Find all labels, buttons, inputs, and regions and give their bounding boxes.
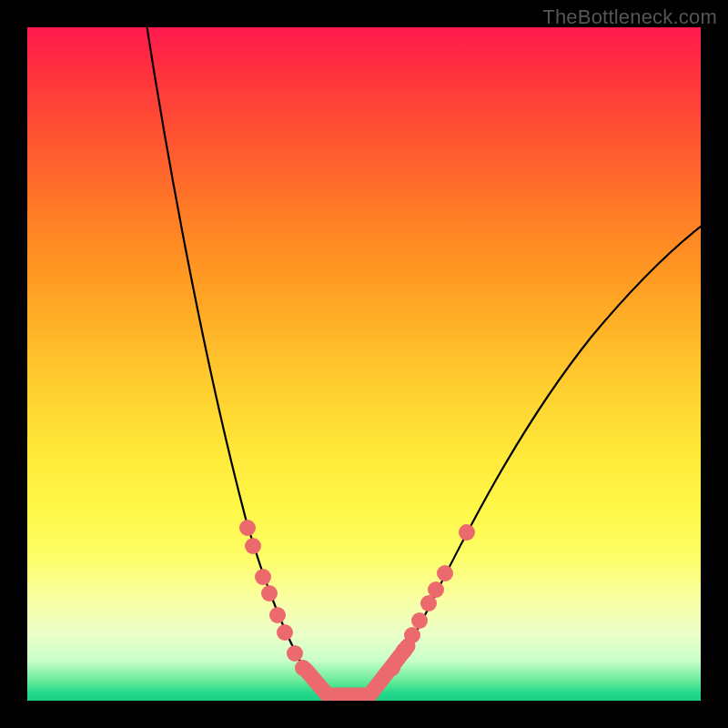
- marker-dot: [261, 585, 278, 602]
- marker-dot: [295, 660, 311, 676]
- marker-dot: [277, 624, 293, 641]
- marker-dot: [396, 642, 412, 659]
- plot-area: [27, 27, 701, 701]
- marker-dot: [428, 581, 444, 598]
- watermark-text: TheBottleneck.com: [542, 5, 717, 29]
- marker-dot: [420, 595, 437, 612]
- marker-dot: [411, 612, 428, 629]
- marker-dot: [287, 645, 303, 662]
- curve-left: [146, 27, 328, 697]
- marker-dot: [269, 607, 286, 623]
- marker-dot: [437, 565, 453, 581]
- marker-dot: [239, 520, 256, 536]
- marker-dot: [459, 524, 475, 541]
- marker-dot: [384, 660, 400, 676]
- curve-overlay: [27, 27, 701, 701]
- marker-dot: [245, 538, 261, 554]
- curve-right: [371, 223, 701, 697]
- chart-container: TheBottleneck.com: [0, 0, 728, 728]
- marker-dot: [255, 569, 271, 585]
- marker-dot: [404, 627, 420, 643]
- bottleneck-zone: [306, 646, 408, 695]
